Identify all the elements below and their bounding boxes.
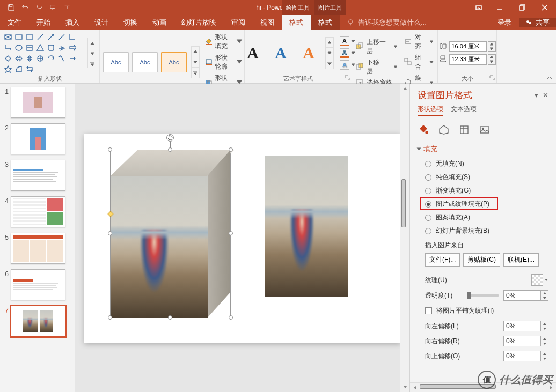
insert-from-online-button[interactable]: 联机(E)... xyxy=(503,253,539,267)
shape-style-1[interactable]: Abc xyxy=(103,52,129,72)
tab-home[interactable]: 开始 xyxy=(29,15,58,30)
resize-handle-bl[interactable] xyxy=(108,315,112,320)
shape-style-gallery[interactable]: Abc Abc Abc xyxy=(103,46,200,78)
close-button[interactable] xyxy=(533,0,556,15)
slide-thumbnail-panel[interactable]: 1 2 3 4 5 6 7 xyxy=(0,84,75,392)
fill-option-solid[interactable]: 纯色填充(S) xyxy=(418,171,548,184)
wordart-gallery-more[interactable] xyxy=(326,58,333,69)
slide-thumbnail-2[interactable] xyxy=(11,123,65,154)
tab-insert[interactable]: 插入 xyxy=(58,15,87,30)
shape-outline-button[interactable]: 形状轮廓 xyxy=(204,53,241,72)
ribbon-display-options-button[interactable] xyxy=(469,0,488,15)
wordart-style-1[interactable]: A xyxy=(240,42,265,64)
fill-option-slide-bg[interactable]: 幻灯片背景填充(B) xyxy=(418,224,548,238)
slide-thumbnail-6[interactable] xyxy=(11,269,65,300)
fill-option-none[interactable]: 无填充(N) xyxy=(418,157,548,171)
workspace-scrollbar-vertical[interactable] xyxy=(400,84,409,392)
size-dialog-launcher[interactable] xyxy=(489,75,495,82)
resize-handle-l[interactable] xyxy=(108,231,112,235)
resize-handle-tl[interactable] xyxy=(108,147,112,152)
style-gallery-more[interactable] xyxy=(192,68,199,78)
redo-button[interactable] xyxy=(32,1,46,14)
pane-icon-effects[interactable] xyxy=(438,124,450,136)
resize-handle-t[interactable] xyxy=(168,147,172,152)
resize-handle-br[interactable] xyxy=(229,315,233,320)
wordart-style-3[interactable]: A xyxy=(296,42,321,64)
align-button[interactable]: 对齐 xyxy=(404,32,434,51)
tile-as-texture-checkbox[interactable]: 将图片平铺为纹理(I) xyxy=(425,303,548,319)
slide-workspace[interactable] xyxy=(75,84,409,392)
shape-width-input[interactable]: 12.33 厘米 xyxy=(449,54,487,65)
tab-transitions[interactable]: 切换 xyxy=(116,15,145,30)
width-spin-up[interactable] xyxy=(488,55,495,60)
transparency-input[interactable]: 0% xyxy=(503,290,541,301)
style-gallery-down[interactable] xyxy=(192,57,199,68)
offset-right-input[interactable]: 0% xyxy=(503,336,541,346)
rotate-handle[interactable] xyxy=(166,134,174,142)
tab-design[interactable]: 设计 xyxy=(87,15,116,30)
wordart-gallery-down[interactable] xyxy=(326,48,333,58)
pane-scroll-left[interactable] xyxy=(410,383,420,392)
scroll-handle[interactable] xyxy=(401,179,406,227)
pane-icon-size[interactable] xyxy=(458,124,470,136)
pane-tab-shape-options[interactable]: 形状选项 xyxy=(418,105,443,116)
fill-section-header[interactable]: 填充 xyxy=(418,144,548,154)
group-button[interactable]: 组合 xyxy=(404,53,434,72)
slide-canvas[interactable] xyxy=(84,134,401,343)
fill-option-picture-texture[interactable]: 图片或纹理填充(P) xyxy=(418,197,548,211)
height-spin-down[interactable] xyxy=(488,47,495,51)
tell-me-search[interactable]: 告诉我您想要做什么... xyxy=(347,15,427,30)
shape-style-3[interactable]: Abc xyxy=(161,52,187,72)
tab-view[interactable]: 视图 xyxy=(253,15,282,30)
transparency-slider[interactable] xyxy=(467,294,499,297)
style-gallery-up[interactable] xyxy=(192,47,199,57)
start-from-beginning-button[interactable] xyxy=(46,1,60,14)
shape-gallery-more[interactable] xyxy=(87,38,96,68)
shape-fill-button[interactable]: 形状填充 xyxy=(204,32,241,51)
insert-from-clipboard-button[interactable]: 剪贴板(C) xyxy=(463,253,500,267)
slide-thumbnail-1[interactable] xyxy=(11,87,65,118)
wordart-gallery[interactable]: A A A xyxy=(240,37,334,69)
wordart-style-2[interactable]: A xyxy=(268,42,293,64)
pane-menu-button[interactable]: ▾ xyxy=(535,91,538,99)
tab-format-picture[interactable]: 格式 xyxy=(311,15,340,30)
wordart-dialog-launcher[interactable] xyxy=(344,75,350,82)
tab-format-drawing[interactable]: 格式 xyxy=(282,15,311,30)
resize-handle-b[interactable] xyxy=(168,315,172,320)
scroll-up-button[interactable] xyxy=(400,84,409,93)
width-spin-down[interactable] xyxy=(488,60,495,64)
selected-cube-shape[interactable] xyxy=(110,150,231,317)
resize-handle-tr[interactable] xyxy=(229,147,233,152)
flat-image[interactable] xyxy=(265,156,348,297)
pane-icon-fill[interactable] xyxy=(418,124,429,136)
shape-style-2[interactable]: Abc xyxy=(132,52,158,72)
transparency-spin-down[interactable] xyxy=(541,295,548,300)
tab-slideshow[interactable]: 幻灯片放映 xyxy=(174,15,224,30)
pane-close-button[interactable]: ✕ xyxy=(543,91,548,99)
slide-thumbnail-4[interactable] xyxy=(11,196,65,227)
fill-option-pattern[interactable]: 图案填充(A) xyxy=(418,211,548,224)
send-backward-button[interactable]: 下移一层 xyxy=(355,57,398,77)
collapse-ribbon-button[interactable] xyxy=(546,75,553,82)
height-spin-up[interactable] xyxy=(488,42,495,47)
restore-button[interactable] xyxy=(511,0,533,15)
shape-gallery[interactable] xyxy=(3,32,86,74)
insert-from-file-button[interactable]: 文件(F)... xyxy=(425,253,460,267)
save-button[interactable] xyxy=(4,1,18,14)
scroll-down-button[interactable] xyxy=(400,382,409,392)
undo-button[interactable] xyxy=(18,1,32,14)
texture-dropdown[interactable] xyxy=(544,276,548,284)
sign-in-button[interactable]: 登录 xyxy=(490,18,519,27)
wordart-gallery-up[interactable] xyxy=(326,38,333,48)
qat-customize-button[interactable] xyxy=(60,1,74,14)
tab-file[interactable]: 文件 xyxy=(0,15,29,30)
texture-picker[interactable] xyxy=(531,274,543,286)
fill-option-gradient[interactable]: 渐变填充(G) xyxy=(418,184,548,197)
slide-thumbnail-7[interactable] xyxy=(11,306,65,337)
transparency-spin-up[interactable] xyxy=(541,291,548,295)
tab-animations[interactable]: 动画 xyxy=(145,15,174,30)
bring-forward-button[interactable]: 上移一层 xyxy=(355,37,398,56)
pane-icon-picture[interactable] xyxy=(479,124,491,136)
share-button[interactable]: 共享 xyxy=(519,18,556,27)
tab-review[interactable]: 审阅 xyxy=(224,15,253,30)
